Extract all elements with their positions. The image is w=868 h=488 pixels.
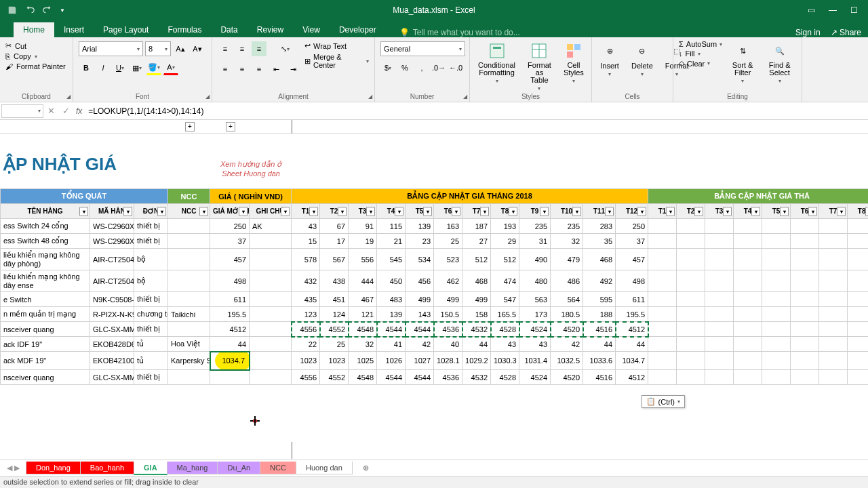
cell[interactable] bbox=[705, 249, 734, 270]
cell[interactable]: 1034.7 bbox=[210, 352, 250, 370]
filter-icon[interactable]: ▾ bbox=[808, 207, 817, 216]
cell[interactable] bbox=[734, 370, 762, 385]
cell[interactable]: 29 bbox=[491, 234, 519, 249]
cell[interactable]: AIR-CT2504- bbox=[90, 249, 134, 270]
cell[interactable]: 1029.2 bbox=[462, 352, 491, 370]
cell[interactable]: 4516 bbox=[583, 370, 616, 385]
cell[interactable]: 4528 bbox=[491, 370, 519, 385]
cell[interactable]: 37 bbox=[616, 234, 648, 249]
cell[interactable]: 456 bbox=[406, 270, 434, 292]
cell[interactable]: 37 bbox=[210, 234, 250, 249]
cell[interactable]: 4536 bbox=[434, 322, 462, 337]
cell[interactable]: 150.5 bbox=[434, 307, 462, 322]
cell[interactable]: liều khiển mạng không dây ense bbox=[1, 270, 90, 292]
cell[interactable] bbox=[819, 322, 848, 337]
ribbon-options-icon[interactable]: ▭ bbox=[808, 5, 815, 15]
sheet-tab-bao-hanh[interactable]: Bao_hanh bbox=[80, 462, 134, 474]
find-select-button[interactable]: 🔍Find & Select▾ bbox=[763, 40, 796, 85]
cell[interactable]: 512 bbox=[462, 249, 491, 270]
cell[interactable]: 23 bbox=[406, 234, 434, 249]
cell[interactable]: 595 bbox=[583, 292, 616, 307]
cell[interactable]: 173 bbox=[519, 307, 551, 322]
cell[interactable] bbox=[734, 307, 762, 322]
cell[interactable]: liều khiển mạng không dây phòng) bbox=[1, 249, 90, 270]
cell[interactable]: 435 bbox=[292, 292, 320, 307]
cell[interactable]: 457 bbox=[616, 249, 648, 270]
name-box[interactable]: ▾ bbox=[1, 104, 43, 118]
cell[interactable] bbox=[168, 292, 210, 307]
cell[interactable]: AIR-CT2504- bbox=[90, 270, 134, 292]
cell[interactable]: Taikichi bbox=[168, 307, 210, 322]
cell[interactable]: GLC-SX-MMD bbox=[90, 370, 134, 385]
filter-icon[interactable]: ▾ bbox=[509, 207, 517, 216]
filter-icon[interactable]: ▾ bbox=[751, 207, 760, 216]
cell[interactable]: 235 bbox=[519, 219, 551, 234]
sign-in-link[interactable]: Sign in bbox=[795, 28, 821, 37]
cell[interactable]: 4548 bbox=[349, 370, 377, 385]
cell[interactable] bbox=[819, 352, 848, 370]
cell[interactable] bbox=[250, 270, 292, 292]
cell[interactable]: 4520 bbox=[551, 322, 583, 337]
cell[interactable]: 4524 bbox=[519, 370, 551, 385]
cell[interactable] bbox=[705, 370, 734, 385]
cell[interactable]: 450 bbox=[377, 270, 406, 292]
cell[interactable]: 499 bbox=[462, 292, 491, 307]
cell[interactable]: 165.5 bbox=[491, 307, 519, 322]
tab-page-layout[interactable]: Page Layout bbox=[94, 22, 158, 37]
col-header-23[interactable]: T6▾ bbox=[791, 204, 819, 219]
filter-icon[interactable]: ▾ bbox=[480, 207, 489, 216]
cell[interactable]: 43 bbox=[519, 337, 551, 352]
currency-icon[interactable]: $▾ bbox=[380, 60, 395, 75]
cell[interactable]: N9K-C9508-E bbox=[90, 292, 134, 307]
cell[interactable] bbox=[819, 270, 848, 292]
sheet-tab-don-hang[interactable]: Don_hang bbox=[26, 462, 81, 474]
cell[interactable] bbox=[168, 249, 210, 270]
cell[interactable] bbox=[762, 337, 791, 352]
align-bottom-icon[interactable]: ≡ bbox=[252, 41, 267, 56]
cell[interactable]: 451 bbox=[320, 292, 349, 307]
cell[interactable]: n mềm quản trị mạng bbox=[1, 307, 90, 322]
cell[interactable]: 4528 bbox=[491, 322, 519, 337]
cell[interactable]: 124 bbox=[320, 307, 349, 322]
cell[interactable] bbox=[705, 337, 734, 352]
cell[interactable]: ack MDF 19" bbox=[1, 352, 90, 370]
percent-icon[interactable]: % bbox=[397, 60, 412, 75]
filter-icon[interactable]: ▾ bbox=[723, 207, 732, 216]
clipboard-launcher-icon[interactable]: ◢ bbox=[66, 94, 71, 100]
cell[interactable]: 611 bbox=[616, 292, 648, 307]
cell[interactable]: 4552 bbox=[320, 370, 349, 385]
cell[interactable]: 163 bbox=[434, 219, 462, 234]
cell[interactable]: WS-C2960X- bbox=[90, 219, 134, 234]
cell[interactable]: 4544 bbox=[406, 322, 434, 337]
col-header-2[interactable]: ĐƠN▾ bbox=[134, 204, 168, 219]
cell[interactable]: 250 bbox=[210, 219, 250, 234]
filter-icon[interactable]: ▾ bbox=[452, 207, 460, 216]
fx-icon[interactable]: fx bbox=[73, 106, 85, 116]
cell[interactable]: thiết bị bbox=[134, 370, 168, 385]
cancel-formula-icon[interactable]: ✕ bbox=[43, 106, 58, 116]
cell[interactable] bbox=[762, 234, 791, 249]
col-header-7[interactable]: T2▾ bbox=[320, 204, 349, 219]
cell[interactable]: 44 bbox=[210, 337, 250, 352]
cell[interactable] bbox=[677, 370, 705, 385]
cell[interactable] bbox=[762, 322, 791, 337]
cell[interactable] bbox=[705, 219, 734, 234]
alignment-launcher-icon[interactable]: ◢ bbox=[368, 94, 372, 100]
cell[interactable] bbox=[677, 270, 705, 292]
conditional-formatting-button[interactable]: Conditional Formatting▾ bbox=[475, 40, 518, 93]
cell[interactable]: 158 bbox=[462, 307, 491, 322]
enter-formula-icon[interactable]: ✓ bbox=[58, 106, 73, 116]
cell[interactable] bbox=[819, 234, 848, 249]
cell[interactable] bbox=[819, 370, 848, 385]
cell[interactable]: 567 bbox=[320, 249, 349, 270]
cell[interactable] bbox=[250, 370, 292, 385]
cell[interactable]: 180.5 bbox=[551, 307, 583, 322]
cell[interactable] bbox=[848, 249, 868, 270]
cell[interactable]: 4552 bbox=[320, 322, 349, 337]
undo-icon[interactable] bbox=[24, 5, 35, 16]
cell[interactable]: tủ bbox=[134, 337, 168, 352]
cell[interactable] bbox=[250, 337, 292, 352]
cell[interactable] bbox=[819, 249, 848, 270]
orientation-icon[interactable]: ⤡▾ bbox=[277, 41, 292, 56]
cell[interactable]: 250 bbox=[616, 219, 648, 234]
